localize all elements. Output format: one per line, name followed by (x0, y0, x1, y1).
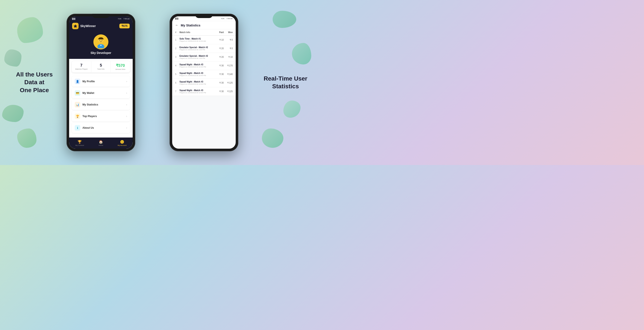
chevron-right-icon-statistics: › (126, 103, 127, 106)
cell-match-name-5: Squad Night - Match #3 (180, 81, 215, 83)
nav-home[interactable]: 🏠 Home (90, 140, 112, 146)
nav-label-contest: My Contest (75, 144, 84, 146)
cell-info-1: Emulator Special - Match #2 Played on 15… (180, 46, 215, 51)
cell-match-date-5: Played on 15/05/2019 At 10:00 PM (180, 83, 215, 85)
chevron-right-icon-top-players: › (126, 115, 127, 118)
cell-info-6: Squad Night - Match #3 Played on 15/05/2… (180, 89, 215, 94)
stat-kills-label: Total Kills (93, 68, 109, 70)
phone-left: ▌▌▌ 71% 7:59 am SkyWinner (66, 14, 135, 151)
wallet-badge[interactable]: ₹675 (119, 24, 130, 28)
phone-frame-right: ▌▌▌ 71% 7:59 am ← My Statistics # Match … (170, 14, 238, 151)
phone-screen-left: ▌▌▌ 71% 7:59 am SkyWinner (69, 16, 133, 149)
table-row[interactable]: 3 Emulator Special - Match #2 Played on … (172, 53, 236, 62)
app-name: SkyWinner (80, 24, 96, 28)
table-row[interactable]: 5 Squad Night - Match #3 Played on 15/05… (172, 70, 236, 79)
app-header: SkyWinner ₹675 (69, 21, 133, 31)
menu-item-statistics[interactable]: 📊 My Statistics › (72, 100, 130, 110)
phone-screen-right: ▌▌▌ 71% 7:59 am ← My Statistics # Match … (172, 16, 236, 149)
menu-item-top-players[interactable]: 🏆 Top Players › (72, 111, 130, 121)
cell-num-5: 6 (175, 82, 180, 84)
stats-page-header: ← My Statistics # Match Info Paid Won (172, 21, 236, 36)
menu-item-about[interactable]: ℹ About Us › (72, 123, 130, 133)
svg-point-4 (102, 40, 102, 41)
cell-match-name-4: Squad Night - Match #3 (180, 72, 215, 74)
page-title-statistics: My Statistics (181, 24, 200, 27)
stats-header: ← My Statistics (172, 21, 236, 30)
statistics-icon: 📊 (75, 102, 80, 107)
stat-matches: 7 Matches Played (72, 61, 91, 72)
stats-table-body: 1 Solo Time - Match #1 Played on 15/05/2… (172, 36, 236, 96)
cell-info-5: Squad Night - Match #3 Played on 15/05/2… (180, 81, 215, 85)
cell-won-3: ₹ 170 (224, 65, 233, 67)
profile-icon: 👤 (75, 79, 80, 84)
cell-paid-5: ₹ 30 (215, 82, 224, 84)
table-row[interactable]: 6 Squad Night - Match #3 Played on 15/05… (172, 79, 236, 87)
svg-point-2 (98, 44, 104, 48)
stat-kills-value: 5 (93, 63, 109, 68)
back-button[interactable]: ← (175, 23, 178, 27)
col-header-paid: Paid (215, 31, 224, 34)
cell-num-3: 4 (175, 65, 180, 67)
bottom-nav: 🏆 My Contest 🏠 Home 😊 My Account (69, 138, 133, 149)
cell-match-date-2: Played on 15/05/2019 At 1:00 PM (180, 57, 215, 59)
menu-label-profile: My Profile (82, 80, 126, 83)
table-row[interactable]: 4 Squad Night - Match #3 Played on 15/05… (172, 62, 236, 70)
table-row[interactable]: 1 Solo Time - Match #1 Played on 15/05/2… (172, 36, 236, 44)
decorative-blob-2 (4, 50, 22, 67)
chevron-right-icon-about: › (126, 126, 127, 129)
menu-label-about: About Us (82, 126, 126, 129)
cell-paid-0: ₹ 10 (215, 39, 224, 41)
col-header-match-info: Match Info (180, 31, 215, 34)
menu-item-wallet[interactable]: 💳 My Wallet › (72, 88, 130, 98)
cell-paid-2: ₹ 20 (215, 56, 224, 58)
home-nav-icon: 🏠 (99, 140, 103, 144)
table-row[interactable]: 2 Emulator Special - Match #2 Played on … (172, 44, 236, 53)
cell-num-4: 5 (175, 73, 180, 75)
table-row[interactable]: 7 Squad Night - Match #3 Played on 15/05… (172, 87, 236, 96)
cell-info-0: Solo Time - Match #1 Played on 15/05/201… (180, 38, 215, 42)
nav-my-contest[interactable]: 🏆 My Contest (69, 140, 90, 146)
cell-won-1: ₹ 0 (224, 47, 233, 50)
left-phone-content: SkyWinner ₹675 (69, 21, 133, 149)
decorative-blob-7 (283, 101, 300, 118)
cell-match-name-3: Squad Night - Match #3 (180, 63, 215, 66)
stat-won-label: Amount Won (112, 68, 128, 70)
trophy-icon: 🏆 (75, 113, 80, 119)
cell-match-date-0: Played on 15/05/2019 At 10:00 AM (180, 40, 215, 42)
cell-won-4: ₹ 140 (224, 73, 233, 75)
cell-num-0: 1 (175, 39, 180, 41)
contest-nav-icon: 🏆 (78, 140, 82, 144)
menu-label-statistics: My Statistics (82, 103, 126, 106)
col-header-won: Won (224, 31, 233, 34)
nav-my-account[interactable]: 😊 My Account (112, 140, 133, 146)
cell-paid-6: ₹ 30 (215, 90, 224, 93)
stat-matches-label: Matches Played (74, 68, 89, 70)
cell-paid-4: ₹ 30 (215, 73, 224, 75)
cell-match-date-4: Played on 15/05/2019 At 10:00 PM (180, 75, 215, 77)
cell-match-name-0: Solo Time - Match #1 (180, 38, 215, 40)
menu-label-wallet: My Wallet (82, 92, 126, 95)
menu-item-profile[interactable]: 👤 My Profile › (72, 76, 130, 87)
cell-match-date-6: Played on 15/05/2019 At 10:00 PM (180, 92, 215, 94)
cell-info-4: Squad Night - Match #3 Played on 15/05/2… (180, 72, 215, 77)
phone-frame-left: ▌▌▌ 71% 7:59 am SkyWinner (66, 14, 135, 151)
decorative-blob-1 (17, 17, 43, 43)
svg-marker-0 (74, 25, 77, 28)
cell-match-date-3: Played on 15/05/2019 At 10:00 PM (180, 66, 215, 68)
col-header-num: # (175, 31, 180, 34)
menu-label-top-players: Top Players (82, 115, 126, 118)
stat-won-value: ₹570 (112, 63, 128, 68)
left-tagline: All the Users Data at One Place (13, 71, 56, 94)
stat-kills: 5 Total Kills (91, 61, 111, 72)
stats-row: 7 Matches Played 5 Total Kills ₹570 Amou… (72, 61, 130, 72)
cell-won-2: ₹ 10 (224, 56, 233, 58)
phone-right: ▌▌▌ 71% 7:59 am ← My Statistics # Match … (170, 14, 238, 151)
notch-right (195, 14, 212, 18)
decorative-blob-4 (17, 129, 36, 148)
decorative-blob-3 (2, 105, 24, 122)
decorative-blob-8 (262, 129, 283, 148)
svg-point-3 (100, 40, 100, 41)
cell-match-name-1: Emulator Special - Match #2 (180, 46, 215, 49)
cell-info-3: Squad Night - Match #3 Played on 15/05/2… (180, 63, 215, 68)
cell-num-6: 7 (175, 90, 180, 93)
